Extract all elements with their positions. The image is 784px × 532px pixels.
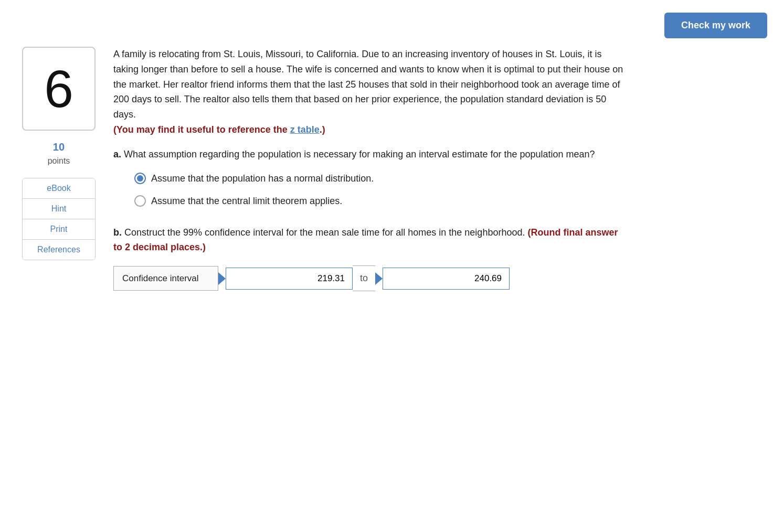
reference-intro: (You may find it useful to reference the…: [113, 124, 325, 135]
part-a-question: a. What assumption regarding the populat…: [113, 147, 628, 162]
radio-option-1-text: Assume that the population has a normal …: [151, 172, 374, 186]
ci-upper-input[interactable]: [383, 268, 510, 290]
part-b-section: b. Construct the 99% confidence interval…: [113, 225, 628, 292]
hint-button[interactable]: Hint: [23, 199, 95, 219]
ci-lower-input[interactable]: [226, 268, 353, 290]
top-bar: Check my work: [17, 13, 767, 38]
z-table-link[interactable]: z table: [290, 124, 320, 135]
part-b-question: b. Construct the 99% confidence interval…: [113, 225, 628, 256]
main-content: 6 10 points eBook Hint Print References …: [17, 47, 767, 291]
left-panel: 6 10 points eBook Hint Print References: [17, 47, 101, 260]
part-a-text: What assumption regarding the population…: [124, 149, 595, 159]
ci-to: to: [353, 265, 375, 291]
ci-upper-wrapper: [375, 268, 510, 290]
radio-circle-2: [134, 195, 146, 207]
points-label: 10 points: [48, 139, 70, 167]
question-number-box: 6: [22, 47, 96, 131]
part-b-label: b.: [113, 227, 122, 238]
question-body: A family is relocating from St. Louis, M…: [113, 47, 628, 137]
points-value: 10: [48, 139, 70, 155]
print-button[interactable]: Print: [23, 219, 95, 240]
confidence-interval-row: Confidence interval to: [113, 265, 628, 291]
question-number: 6: [44, 49, 73, 128]
ci-lower-wrapper: [218, 268, 353, 290]
part-a-label: a.: [113, 149, 121, 159]
points-text: points: [48, 155, 70, 167]
ebook-button[interactable]: eBook: [23, 178, 95, 199]
ci-arrow-left: [218, 272, 226, 285]
page-wrapper: Check my work 6 10 points eBook Hint Pri…: [0, 0, 784, 532]
check-my-work-button[interactable]: Check my work: [664, 13, 767, 38]
content-area: A family is relocating from St. Louis, M…: [113, 47, 628, 291]
radio-group: Assume that the population has a normal …: [134, 172, 628, 208]
radio-option-2-text: Assume that the central limit theorem ap…: [151, 194, 342, 208]
part-b-text: Construct the 99% confidence interval fo…: [124, 227, 525, 238]
radio-option-2[interactable]: Assume that the central limit theorem ap…: [134, 194, 628, 208]
side-buttons: eBook Hint Print References: [22, 178, 96, 260]
references-button[interactable]: References: [23, 240, 95, 260]
question-body-text: A family is relocating from St. Louis, M…: [113, 49, 623, 120]
ci-label: Confidence interval: [113, 266, 218, 291]
radio-circle-1: [134, 173, 146, 184]
ci-arrow-right: [375, 272, 383, 285]
radio-option-1[interactable]: Assume that the population has a normal …: [134, 172, 628, 186]
